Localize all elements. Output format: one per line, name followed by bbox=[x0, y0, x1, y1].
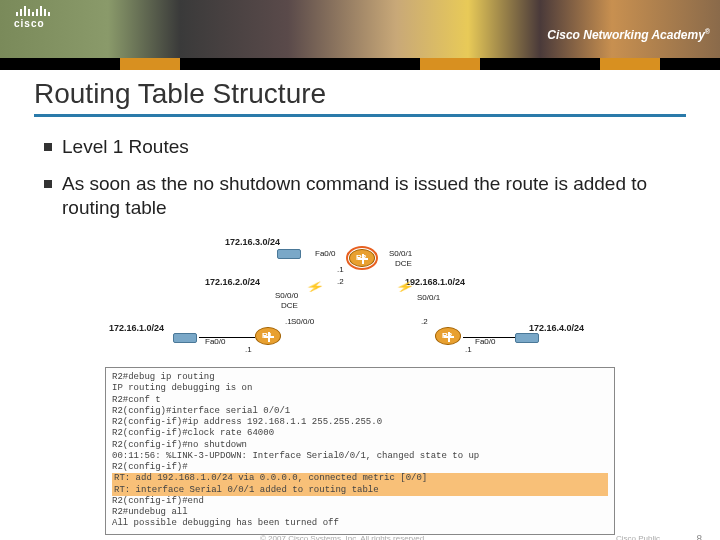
slide-title: Routing Table Structure bbox=[0, 70, 720, 110]
ethernet-link bbox=[463, 337, 515, 338]
network-topology: 172.16.3.0/24 Fa0/0 S0/0/1 DCE R2 .1 172… bbox=[105, 237, 615, 367]
cli-line-highlight: RT: add 192.168.1.0/24 via 0.0.0.0, conn… bbox=[112, 473, 608, 484]
bullet-2-text: As soon as the no shutdown command is is… bbox=[62, 172, 676, 221]
cli-line: R2#debug ip routing bbox=[112, 372, 608, 383]
serial-link-icon: ⚡ bbox=[305, 281, 325, 292]
bullet-1: Level 1 Routes bbox=[0, 131, 720, 168]
header-accent-bars bbox=[0, 58, 720, 70]
cli-line: R2(config-if)#end bbox=[112, 496, 608, 507]
interface-label: Fa0/0 bbox=[205, 337, 225, 346]
ip-label: .2 bbox=[421, 317, 428, 326]
cisco-wordmark: cisco bbox=[14, 18, 50, 29]
interface-label: Fa0/0 bbox=[315, 249, 335, 258]
switch-icon bbox=[515, 333, 539, 343]
cli-line-highlight: RT: interface Serial 0/0/1 added to rout… bbox=[112, 485, 608, 496]
switch-icon bbox=[277, 249, 301, 259]
footer-public: Cisco Public bbox=[616, 534, 660, 540]
cli-line: R2(config-if)#ip address 192.168.1.1 255… bbox=[112, 417, 608, 428]
interface-label: Fa0/0 bbox=[475, 337, 495, 346]
switch-icon bbox=[173, 333, 197, 343]
router-name: R3 bbox=[442, 331, 452, 340]
dce-label: DCE bbox=[395, 259, 412, 268]
ip-label: .1 bbox=[245, 345, 252, 354]
cli-line: R2(config-if)# bbox=[112, 462, 608, 473]
network-label: 172.16.3.0/24 bbox=[225, 237, 280, 247]
ip-label: .1 bbox=[465, 345, 472, 354]
cli-line: 00:11:56: %LINK-3-UPDOWN: Interface Seri… bbox=[112, 451, 608, 462]
router-name: R2 bbox=[356, 253, 366, 262]
interface-label: S0/0/0 bbox=[275, 291, 298, 300]
network-label: 172.16.1.0/24 bbox=[109, 323, 164, 333]
bullet-marker-icon bbox=[44, 143, 52, 151]
cisco-bars-icon bbox=[14, 6, 50, 16]
cli-line: R2(config)#interface serial 0/0/1 bbox=[112, 406, 608, 417]
bullet-2: As soon as the no shutdown command is is… bbox=[0, 168, 720, 229]
cli-line: R2(config-if)#no shutdown bbox=[112, 440, 608, 451]
serial-link-icon: ⚡ bbox=[395, 281, 415, 292]
interface-label: S0/0/1 bbox=[389, 249, 412, 258]
bullet-1-text: Level 1 Routes bbox=[62, 135, 189, 160]
bullet-marker-icon bbox=[44, 180, 52, 188]
network-label: 172.16.2.0/24 bbox=[205, 277, 260, 287]
ethernet-link bbox=[199, 337, 255, 338]
router-name: R1 bbox=[262, 331, 272, 340]
cli-line: IP routing debugging is on bbox=[112, 383, 608, 394]
diagram-container: 172.16.3.0/24 Fa0/0 S0/0/1 DCE R2 .1 172… bbox=[105, 237, 615, 535]
network-label: 172.16.4.0/24 bbox=[529, 323, 584, 333]
page-number: 8 bbox=[696, 534, 702, 540]
dce-label: DCE bbox=[281, 301, 298, 310]
academy-label: Cisco Networking Academy® bbox=[547, 28, 710, 42]
header-background: cisco Cisco Networking Academy® bbox=[0, 0, 720, 58]
ip-label: .2 bbox=[337, 277, 344, 286]
cli-line: All possible debugging has been turned o… bbox=[112, 518, 608, 529]
footer-copyright: © 2007 Cisco Systems, Inc. All rights re… bbox=[260, 534, 426, 540]
ip-label: .1 bbox=[337, 265, 344, 274]
cisco-logo: cisco bbox=[14, 6, 50, 29]
cli-line: R2#undebug all bbox=[112, 507, 608, 518]
interface-label: S0/0/1 bbox=[417, 293, 440, 302]
slide-header: cisco Cisco Networking Academy® bbox=[0, 0, 720, 70]
cli-line: R2#conf t bbox=[112, 395, 608, 406]
cli-output: R2#debug ip routing IP routing debugging… bbox=[105, 367, 615, 535]
cli-line: R2(config-if)#clock rate 64000 bbox=[112, 428, 608, 439]
interface-label: S0/0/0 bbox=[291, 317, 314, 326]
title-underline bbox=[34, 114, 686, 117]
